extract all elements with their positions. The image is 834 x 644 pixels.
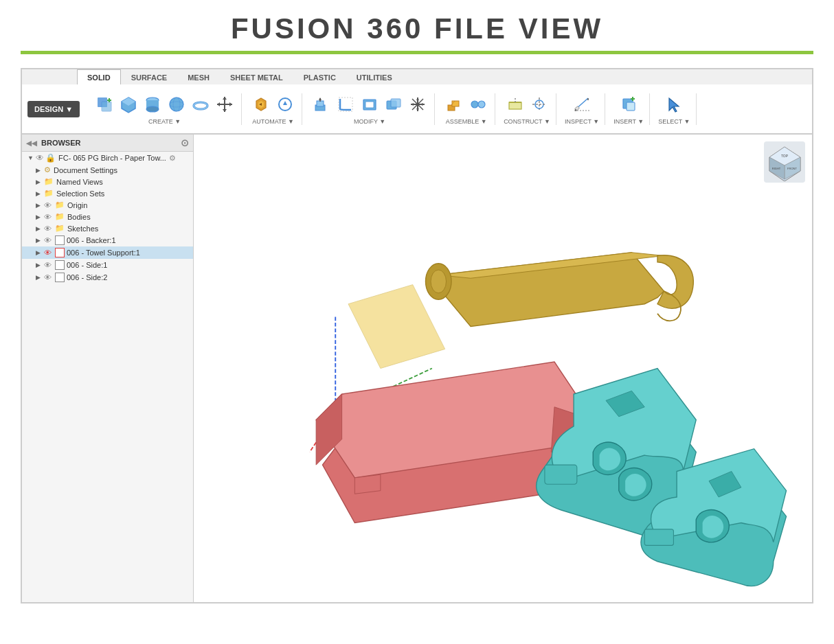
svg-marker-36 bbox=[422, 103, 425, 106]
scene-svg bbox=[194, 135, 812, 602]
construct-icon-1[interactable] bbox=[504, 93, 526, 115]
tree-item-sketches[interactable]: ▶ 👁 📁 Sketches bbox=[22, 222, 193, 234]
browser-menu-icon[interactable]: ⊙ bbox=[181, 137, 189, 148]
origin-label: Origin bbox=[67, 201, 87, 209]
construct-icon-2[interactable] bbox=[528, 93, 550, 115]
tab-surface[interactable]: SURFACE bbox=[121, 69, 178, 84]
select-label: SELECT ▼ bbox=[658, 118, 690, 125]
backer-label: 006 - Backer:1 bbox=[67, 236, 116, 244]
side1-arrow-icon: ▶ bbox=[36, 262, 44, 268]
tab-plastic[interactable]: PLASTIC bbox=[293, 69, 346, 84]
automate-icon-1[interactable] bbox=[250, 93, 272, 115]
measure-icon[interactable] bbox=[571, 93, 593, 115]
push-pull-icon[interactable] bbox=[311, 93, 333, 115]
cross-move-icon[interactable] bbox=[407, 93, 429, 115]
towel-support-label: 006 - Towel Support:1 bbox=[67, 249, 140, 257]
navigation-cube[interactable]: TOP FRONT RIGHT bbox=[764, 141, 805, 183]
toolbar: SOLID SURFACE MESH SHEET METAL PLASTIC U… bbox=[22, 69, 812, 135]
ribbon-group-create: CREATE ▼ bbox=[88, 93, 242, 125]
sketches-label: Sketches bbox=[67, 225, 98, 233]
ribbon-group-select: SELECT ▼ bbox=[653, 93, 696, 125]
side2-eye-icon: 👁 bbox=[44, 273, 55, 281]
svg-marker-17 bbox=[223, 109, 227, 112]
viewport[interactable]: TOP FRONT RIGHT bbox=[194, 135, 812, 602]
combine-icon[interactable] bbox=[383, 93, 405, 115]
inspect-icons bbox=[571, 93, 593, 115]
named-views-label: Named Views bbox=[56, 178, 103, 186]
named-folder-icon: 📁 bbox=[44, 177, 54, 186]
svg-marker-19 bbox=[229, 102, 232, 106]
design-button[interactable]: DESIGN ▼ bbox=[27, 101, 80, 117]
svg-marker-62 bbox=[348, 285, 445, 369]
browser-collapse-arrows[interactable]: ◀◀ bbox=[26, 139, 37, 147]
inspect-label: INSPECT ▼ bbox=[565, 118, 599, 125]
side2-label: 006 - Side:2 bbox=[67, 273, 107, 281]
modify-icons bbox=[311, 93, 429, 115]
tab-solid[interactable]: SOLID bbox=[77, 69, 121, 84]
app-container: SOLID SURFACE MESH SHEET METAL PLASTIC U… bbox=[21, 68, 813, 603]
toolbar-ribbon: DESIGN ▼ bbox=[22, 84, 812, 134]
shell-icon[interactable] bbox=[359, 93, 381, 115]
svg-marker-70 bbox=[354, 474, 381, 494]
browser-header: ◀◀ BROWSER ⊙ bbox=[22, 135, 193, 152]
root-lock-icon: 🔒 bbox=[45, 153, 56, 163]
towel-component-icon bbox=[55, 248, 65, 257]
sketches-arrow-icon: ▶ bbox=[36, 225, 44, 232]
tab-mesh[interactable]: MESH bbox=[177, 69, 220, 84]
tree-item-bodies[interactable]: ▶ 👁 📁 Bodies bbox=[22, 211, 193, 222]
automate-icons bbox=[250, 93, 296, 115]
assemble-icon-1[interactable] bbox=[443, 93, 465, 115]
select-icons bbox=[663, 93, 685, 115]
tree-item-side2[interactable]: ▶ 👁 006 - Side:2 bbox=[22, 271, 193, 284]
svg-marker-23 bbox=[319, 97, 322, 100]
new-component-icon[interactable] bbox=[93, 93, 115, 115]
backer-eye-icon: 👁 bbox=[44, 236, 55, 244]
automate-icon-2[interactable] bbox=[274, 93, 296, 115]
box-icon[interactable] bbox=[117, 93, 139, 115]
named-arrow-icon: ▶ bbox=[36, 179, 44, 185]
selection-sets-label: Selection Sets bbox=[56, 189, 104, 198]
svg-rect-28 bbox=[391, 99, 401, 107]
svg-rect-26 bbox=[365, 102, 374, 108]
sphere-icon[interactable] bbox=[166, 93, 188, 115]
towel-eye-icon: 👁 bbox=[44, 249, 55, 257]
tree-item-towel-support[interactable]: ▶ 👁 006 - Towel Support:1 bbox=[22, 246, 193, 259]
tree-item-side1[interactable]: ▶ 👁 006 - Side:1 bbox=[22, 259, 193, 271]
select-icon[interactable] bbox=[663, 93, 685, 115]
sketches-eye-icon: 👁 bbox=[44, 225, 55, 233]
svg-point-40 bbox=[471, 101, 478, 108]
side1-component-icon bbox=[55, 260, 65, 270]
towel-arrow-icon: ▶ bbox=[36, 249, 44, 256]
doc-folder-icon: ⚙ bbox=[44, 165, 51, 174]
automate-label: AUTOMATE ▼ bbox=[252, 118, 294, 125]
tree-item-origin[interactable]: ▶ 👁 📁 Origin bbox=[22, 199, 193, 211]
tree-item-backer[interactable]: ▶ 👁 006 - Backer:1 bbox=[22, 234, 193, 246]
cylinder-icon[interactable] bbox=[142, 93, 164, 115]
svg-point-9 bbox=[170, 97, 183, 111]
tree-item-doc-settings[interactable]: ▶ ⚙ Document Settings bbox=[22, 164, 193, 176]
tree-item-named-views[interactable]: ▶ 📁 Named Views bbox=[22, 176, 193, 187]
tree-root-item[interactable]: ▼ 👁 🔒 FC- 065 PG Birch - Paper Tow... ⚙ bbox=[22, 152, 193, 164]
side2-arrow-icon: ▶ bbox=[36, 274, 44, 281]
ribbon-group-automate: AUTOMATE ▼ bbox=[245, 93, 302, 125]
ribbon-group-assemble: ASSEMBLE ▼ bbox=[438, 93, 495, 125]
side1-eye-icon: 👁 bbox=[44, 261, 55, 269]
torus-icon[interactable] bbox=[190, 93, 212, 115]
green-divider bbox=[21, 51, 813, 54]
insert-icon[interactable] bbox=[618, 93, 640, 115]
svg-marker-16 bbox=[223, 97, 227, 100]
sel-folder-icon: 📁 bbox=[44, 189, 54, 198]
origin-eye-icon: 👁 bbox=[44, 201, 55, 209]
tab-utilities[interactable]: UTILITIES bbox=[346, 69, 403, 84]
tree-item-selection-sets[interactable]: ▶ 📁 Selection Sets bbox=[22, 187, 193, 199]
doc-settings-label: Document Settings bbox=[54, 166, 117, 174]
ribbon-group-construct: CONSTRUCT ▼ bbox=[498, 93, 556, 125]
create-icons bbox=[93, 93, 236, 115]
move-icon[interactable] bbox=[214, 93, 236, 115]
browser-title: BROWSER bbox=[41, 139, 80, 147]
insert-icons bbox=[618, 93, 640, 115]
assemble-icon-2[interactable] bbox=[467, 93, 489, 115]
tab-sheet-metal[interactable]: SHEET METAL bbox=[220, 69, 293, 84]
assemble-label: ASSEMBLE ▼ bbox=[446, 118, 487, 125]
fillet-icon[interactable] bbox=[335, 93, 357, 115]
